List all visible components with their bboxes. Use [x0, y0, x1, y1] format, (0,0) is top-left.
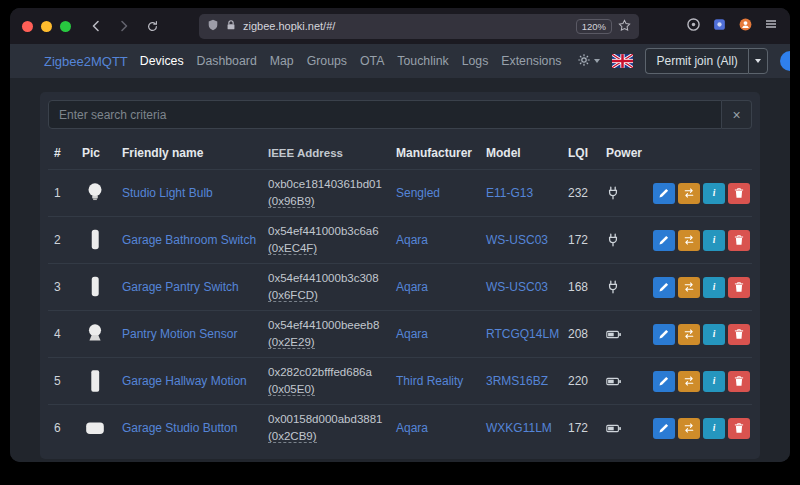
theme-toggle[interactable]	[780, 51, 790, 71]
column-header-manufacturer[interactable]: Manufacturer	[390, 146, 480, 160]
row-number: 3	[48, 280, 76, 294]
permit-join-button[interactable]: Permit join (All)	[645, 48, 747, 74]
delete-button[interactable]	[728, 324, 750, 345]
edit-button[interactable]	[653, 183, 675, 204]
model-link[interactable]: E11-G13	[486, 186, 533, 200]
zoom-window-icon[interactable]	[60, 21, 71, 32]
delete-button[interactable]	[728, 277, 750, 298]
info-button[interactable]: i	[703, 324, 725, 345]
menu-icon[interactable]	[764, 17, 778, 35]
permit-join-dropdown[interactable]	[748, 48, 768, 74]
friendly-name-link[interactable]: Garage Bathroom Switch	[122, 233, 256, 247]
edit-button[interactable]	[653, 418, 675, 439]
edit-button[interactable]	[653, 277, 675, 298]
friendly-name-link[interactable]: Pantry Motion Sensor	[122, 327, 237, 341]
column-header-ieee-address[interactable]: IEEE Address	[262, 145, 390, 162]
delete-button[interactable]	[728, 183, 750, 204]
manufacturer-link[interactable]: Aqara	[396, 233, 428, 247]
friendly-name-link[interactable]: Garage Studio Button	[122, 421, 237, 435]
reconfigure-button[interactable]	[678, 371, 700, 392]
manufacturer-link[interactable]: Third Reality	[396, 374, 463, 388]
reconfigure-button[interactable]	[678, 183, 700, 204]
lock-icon[interactable]	[225, 19, 237, 33]
column-header-friendly-name[interactable]: Friendly name	[116, 146, 262, 160]
device-image[interactable]	[76, 368, 116, 394]
device-image[interactable]	[76, 180, 116, 206]
column-header-model[interactable]: Model	[480, 146, 562, 160]
delete-button[interactable]	[728, 418, 750, 439]
info-button[interactable]: i	[703, 277, 725, 298]
model-link[interactable]: RTCGQ14LM	[486, 327, 559, 341]
extension-icon[interactable]	[712, 17, 727, 36]
device-image[interactable]	[76, 415, 116, 441]
reconfigure-button[interactable]	[678, 418, 700, 439]
reconfigure-button[interactable]	[678, 324, 700, 345]
edit-button[interactable]	[653, 324, 675, 345]
minimize-window-icon[interactable]	[41, 21, 52, 32]
settings-dropdown[interactable]	[577, 53, 600, 70]
model-link[interactable]: WXKG11LM	[486, 421, 552, 435]
nav-ota[interactable]: OTA	[360, 54, 384, 68]
manufacturer-link[interactable]: Aqara	[396, 327, 428, 341]
device-image[interactable]	[76, 274, 116, 300]
account-icon[interactable]	[686, 17, 701, 36]
clear-search-button[interactable]: ×	[722, 100, 752, 129]
edit-button[interactable]	[653, 230, 675, 251]
nav-devices[interactable]: Devices	[140, 54, 184, 68]
refresh-icon[interactable]	[141, 15, 163, 37]
device-image[interactable]	[76, 227, 116, 253]
network-address: (0x2E29)	[268, 336, 315, 349]
profile-avatar-icon[interactable]	[738, 17, 753, 36]
nav-groups[interactable]: Groups	[307, 54, 347, 68]
device-image[interactable]	[76, 321, 116, 347]
shield-icon[interactable]	[207, 19, 219, 33]
brand-link[interactable]: Zigbee2MQTT	[44, 54, 128, 69]
nav-dashboard[interactable]: Dashboard	[197, 54, 257, 68]
column-header-number[interactable]: #	[48, 146, 76, 160]
back-icon[interactable]	[85, 15, 107, 37]
manufacturer-link[interactable]: Aqara	[396, 280, 428, 294]
manufacturer-link[interactable]: Aqara	[396, 421, 428, 435]
url-bar[interactable]: zigbee.hopki.net/#/ 120%	[199, 14, 639, 39]
network-address: (0x05E0)	[268, 383, 315, 396]
model-link[interactable]: 3RMS16BZ	[486, 374, 548, 388]
column-header-pic[interactable]: Pic	[76, 146, 116, 160]
row-actions: i	[648, 277, 752, 298]
permit-join-group: Permit join (All)	[645, 48, 767, 74]
edit-button[interactable]	[653, 371, 675, 392]
row-number: 6	[48, 421, 76, 435]
nav-map[interactable]: Map	[270, 54, 294, 68]
search-input[interactable]	[48, 100, 722, 129]
ieee-address: 0x54ef441000b3c6a6(0xEC4F)	[262, 223, 390, 256]
model-link[interactable]: WS-USC03	[486, 280, 548, 294]
delete-button[interactable]	[728, 371, 750, 392]
info-button[interactable]: i	[703, 371, 725, 392]
reconfigure-button[interactable]	[678, 277, 700, 298]
zoom-level-indicator[interactable]: 120%	[576, 19, 612, 34]
model-link[interactable]: WS-USC03	[486, 233, 548, 247]
gear-icon	[577, 53, 591, 70]
ieee-address: 0x282c02bfffed686a(0x05E0)	[262, 364, 390, 397]
nav-extensions[interactable]: Extensions	[501, 54, 561, 68]
lqi-value: 172	[562, 421, 600, 435]
friendly-name-link[interactable]: Garage Pantry Switch	[122, 280, 239, 294]
power-mains-icon	[600, 280, 648, 294]
bookmark-star-icon[interactable]	[618, 19, 631, 34]
svg-text:i: i	[713, 376, 716, 386]
nav-touchlink[interactable]: Touchlink	[397, 54, 448, 68]
manufacturer-link[interactable]: Sengled	[396, 186, 440, 200]
column-header-lqi[interactable]: LQI	[562, 146, 600, 160]
close-window-icon[interactable]	[22, 21, 33, 32]
language-flag-icon[interactable]	[612, 54, 633, 68]
friendly-name-link[interactable]: Studio Light Bulb	[122, 186, 213, 200]
info-button[interactable]: i	[703, 230, 725, 251]
column-header-power[interactable]: Power	[600, 146, 648, 160]
friendly-name-link[interactable]: Garage Hallway Motion	[122, 374, 247, 388]
info-button[interactable]: i	[703, 418, 725, 439]
table-header-row: #PicFriendly nameIEEE AddressManufacture…	[48, 137, 752, 169]
delete-button[interactable]	[728, 230, 750, 251]
nav-logs[interactable]: Logs	[462, 54, 489, 68]
info-button[interactable]: i	[703, 183, 725, 204]
reconfigure-button[interactable]	[678, 230, 700, 251]
forward-icon[interactable]	[113, 15, 135, 37]
